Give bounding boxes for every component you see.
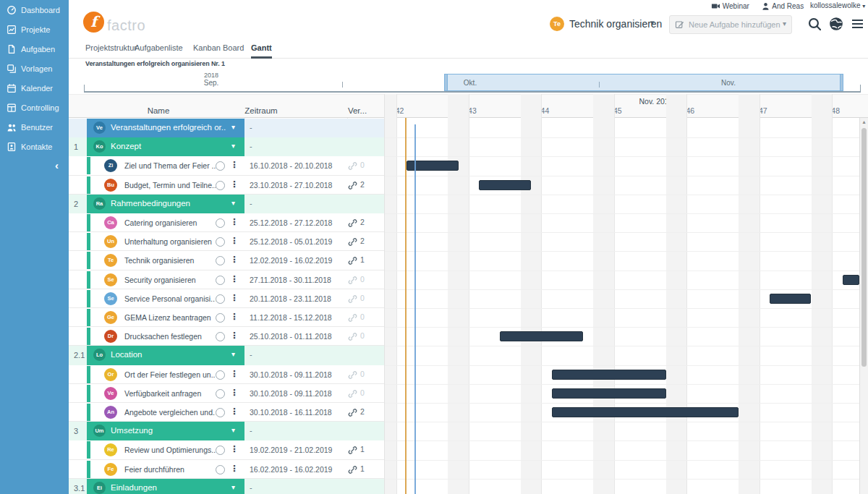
task-status-circle[interactable] <box>216 181 225 190</box>
kebab-menu-icon[interactable]: ⋮ <box>230 274 239 284</box>
kebab-menu-icon[interactable]: ⋮ <box>230 179 239 189</box>
kebab-menu-icon[interactable]: ⋮ <box>230 444 239 454</box>
phase-header-row[interactable]: 2RaRahmenbedingungen▾- <box>69 195 384 213</box>
kebab-menu-icon[interactable]: ⋮ <box>230 406 239 417</box>
task-links[interactable]: 0 <box>348 275 377 285</box>
gantt-bar[interactable] <box>843 275 859 285</box>
chevron-down-icon[interactable]: ▾ <box>650 18 655 27</box>
kebab-menu-icon[interactable]: ⋮ <box>230 388 239 398</box>
chevron-down-icon[interactable]: ▾ <box>231 199 235 207</box>
task-status-circle[interactable] <box>216 294 225 304</box>
sidebar-item-benutzer[interactable]: Benutzer <box>0 120 69 136</box>
sidebar-item-aufgaben[interactable]: Aufgaben <box>0 42 69 58</box>
webinar-link[interactable]: Webinar <box>711 1 749 11</box>
phase-header-row[interactable]: 3.1EiEinladungen▾- <box>69 479 384 494</box>
task-row[interactable]: OrOrt der Feier festlegen un...⋮30.10.20… <box>69 365 384 384</box>
globe-icon[interactable] <box>829 17 843 31</box>
task-status-circle[interactable] <box>216 218 225 228</box>
new-task-input[interactable]: Neue Aufgabe hinzufügen ▾ <box>669 15 792 34</box>
task-status-circle[interactable] <box>216 161 225 171</box>
task-links[interactable]: 0 <box>348 312 377 323</box>
chevron-down-icon[interactable]: ▾ <box>231 142 235 150</box>
project-name-cell[interactable]: VeVeranstaltungen erfolgreich or...▾ <box>87 119 244 137</box>
scroll-up-icon[interactable]: ▴ <box>860 119 868 125</box>
chevron-down-icon[interactable]: ▾ <box>231 123 235 131</box>
task-status-circle[interactable] <box>216 313 225 323</box>
task-links[interactable]: 0 <box>348 294 377 304</box>
phase-name-cell[interactable]: KoKonzept▾ <box>87 137 244 156</box>
tab-gantt[interactable]: Gantt <box>251 43 272 59</box>
timeline-selection[interactable] <box>444 74 843 91</box>
kebab-menu-icon[interactable]: ⋮ <box>230 293 239 303</box>
task-links[interactable]: 1 <box>348 464 377 474</box>
task-row[interactable]: GeGEMA Lizenz beantragen⋮11.12.2018 - 15… <box>69 308 384 327</box>
phase-name-cell[interactable]: LoLocation▾ <box>87 346 244 365</box>
kebab-menu-icon[interactable]: ⋮ <box>230 312 239 322</box>
gantt-bar[interactable] <box>552 407 739 417</box>
task-status-circle[interactable] <box>216 446 225 455</box>
task-status-circle[interactable] <box>216 237 225 247</box>
task-row[interactable]: ReReview und Optimierungs...⋮19.02.2019 … <box>69 440 384 459</box>
sidebar-collapse-icon[interactable]: ‹ <box>55 159 67 174</box>
task-row[interactable]: ZiZiel und Thema der Feier ...⋮16.10.201… <box>69 156 384 175</box>
task-row[interactable]: FeFeier durchführen⋮16.02.2019 - 16.02.2… <box>69 460 384 479</box>
kebab-menu-icon[interactable]: ⋮ <box>230 331 239 341</box>
search-icon[interactable] <box>808 17 821 30</box>
task-row[interactable]: AnAngebote vergleichen und...⋮30.10.2018… <box>69 403 384 422</box>
task-links[interactable]: 2 <box>348 407 377 417</box>
scrollbar-thumb[interactable] <box>861 128 867 367</box>
tenant-menu[interactable]: kollossalewolke ▾ <box>810 1 865 9</box>
kebab-menu-icon[interactable]: ⋮ <box>230 160 239 170</box>
kebab-menu-icon[interactable]: ⋮ <box>230 464 239 474</box>
task-row[interactable]: SeSecurity organisieren⋮27.11.2018 - 30.… <box>69 271 384 289</box>
task-row[interactable]: SeService Personal organisi...⋮20.11.201… <box>69 289 384 308</box>
tab-aufgabenliste[interactable]: Aufgabenliste <box>135 43 183 56</box>
chevron-down-icon[interactable]: ▾ <box>783 20 786 27</box>
project-header-row[interactable]: VeVeranstaltungen erfolgreich or...▾- <box>69 119 384 137</box>
user-menu[interactable]: And Reas <box>761 1 804 11</box>
phase-header-row[interactable]: 1KoKonzept▾- <box>69 137 384 156</box>
task-row[interactable]: DrDrucksachen festlegen⋮25.10.2018 - 01.… <box>69 327 384 346</box>
task-links[interactable]: 1 <box>348 255 377 265</box>
task-links[interactable]: 2 <box>348 180 377 190</box>
kebab-menu-icon[interactable]: ⋮ <box>230 255 239 265</box>
project-selector[interactable]: Technik organisieren <box>569 18 662 30</box>
task-links[interactable]: 0 <box>348 161 377 171</box>
gantt-bar[interactable] <box>770 294 811 304</box>
phase-name-cell[interactable]: RaRahmenbedingungen▾ <box>87 195 244 213</box>
factro-logo-icon[interactable]: f <box>83 12 104 33</box>
task-status-circle[interactable] <box>216 408 225 417</box>
selection-handle-left[interactable] <box>444 74 448 91</box>
task-links[interactable]: 2 <box>348 237 377 247</box>
task-links[interactable]: 1 <box>348 445 377 455</box>
task-status-circle[interactable] <box>216 389 225 399</box>
sidebar-item-dashboard[interactable]: Dashboard <box>0 3 69 19</box>
vertical-scrollbar[interactable]: ▴ <box>859 118 868 494</box>
selection-handle-right[interactable] <box>840 74 843 91</box>
kebab-menu-icon[interactable]: ⋮ <box>230 236 239 246</box>
task-row[interactable]: CaCatering organisieren⋮25.12.2018 - 27.… <box>69 213 384 232</box>
task-row[interactable]: VeVerfügbarkeit anfragen⋮30.10.2018 - 09… <box>69 384 384 403</box>
chevron-down-icon[interactable]: ▾ <box>231 350 235 358</box>
task-status-circle[interactable] <box>216 276 225 285</box>
sidebar-item-kalender[interactable]: Kalender <box>0 81 69 97</box>
gantt-bar[interactable] <box>479 180 531 190</box>
chevron-down-icon[interactable]: ▾ <box>231 426 235 434</box>
phase-header-row[interactable]: 3UmUmsetzung▾- <box>69 422 384 440</box>
kebab-menu-icon[interactable]: ⋮ <box>230 217 239 227</box>
task-row[interactable]: UnUnterhaltung organisieren⋮25.12.2018 -… <box>69 232 384 251</box>
task-status-circle[interactable] <box>216 370 225 380</box>
chevron-down-icon[interactable]: ▾ <box>231 483 235 491</box>
phase-name-cell[interactable]: UmUmsetzung▾ <box>87 422 244 440</box>
task-status-circle[interactable] <box>216 256 225 265</box>
sidebar-item-projekte[interactable]: Projekte <box>0 22 69 38</box>
task-links[interactable]: 2 <box>348 218 377 228</box>
tab-kanban-board[interactable]: Kanban Board <box>193 43 244 56</box>
task-links[interactable]: 0 <box>348 388 377 399</box>
task-row[interactable]: TeTechnik organisieren⋮12.02.2019 - 16.0… <box>69 251 384 270</box>
sidebar-item-kontakte[interactable]: Kontakte <box>0 140 69 156</box>
hamburger-menu-icon[interactable] <box>852 20 863 30</box>
sidebar-item-controlling[interactable]: Controlling <box>0 101 69 116</box>
task-links[interactable]: 0 <box>348 331 377 341</box>
task-status-circle[interactable] <box>216 332 225 341</box>
